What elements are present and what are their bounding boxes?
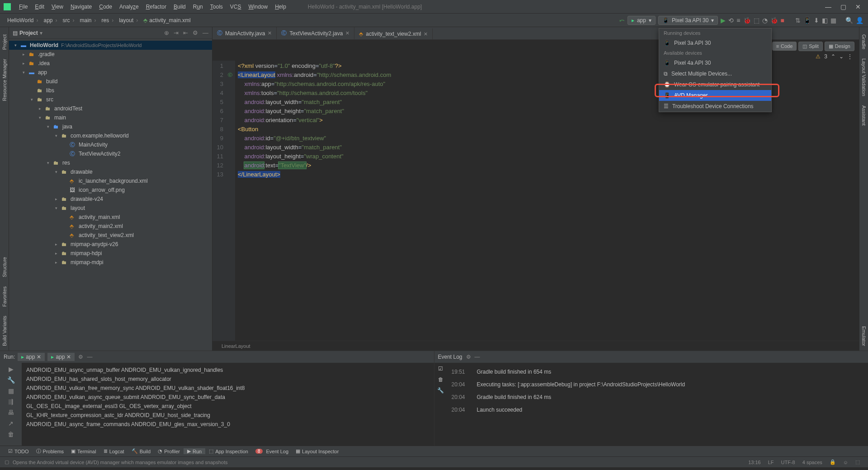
sdk-icon[interactable]: ⬇ (814, 17, 819, 24)
layout-icon[interactable]: ▦ (830, 17, 836, 24)
menu-refactor[interactable]: Refactor (142, 4, 170, 10)
tab-layout-validation[interactable]: Layout Validation (860, 54, 868, 101)
dd-available-device[interactable]: 📱Pixel 4a API 30 (659, 57, 771, 68)
tab-activity-text-view2[interactable]: ⬘activity_text_view2.xml✕ (354, 28, 433, 39)
crumb-project[interactable]: HelloWorld (5, 17, 41, 24)
tab-emulator[interactable]: Emulator (860, 322, 868, 351)
close-tab-icon[interactable]: ✕ (268, 30, 272, 36)
tree-main[interactable]: ▾🖿main (9, 113, 212, 122)
dd-avd-manager[interactable]: 📱AVD Manager (659, 90, 771, 101)
tree-pkg[interactable]: ▾🖿com.example.helloworld (9, 131, 212, 140)
crumb-app[interactable]: app (41, 17, 60, 24)
event-log-body[interactable]: 19:51Gradle build finished in 654 ms 20:… (447, 363, 868, 446)
crumb-res[interactable]: res (99, 17, 117, 24)
tree-res[interactable]: ▾🖿res (9, 158, 212, 167)
filter-icon[interactable]: ⇶ (8, 398, 14, 405)
coverage-icon[interactable]: ⬚ (754, 17, 760, 24)
status-encoding[interactable]: UTF-8 (778, 460, 799, 465)
crumb-main[interactable]: main (77, 17, 99, 24)
lock-icon[interactable]: 🔒 (826, 459, 840, 465)
status-indent[interactable]: 4 spaces (799, 460, 826, 465)
tree-java[interactable]: ▾🖿java (9, 122, 212, 131)
status-line-ending[interactable]: LF (764, 460, 778, 465)
tab-project[interactable]: Project (1, 30, 8, 54)
btab-terminal[interactable]: ▣ Terminal (67, 448, 100, 454)
close-icon[interactable]: ✕ (855, 3, 861, 10)
menu-help[interactable]: Help (271, 4, 290, 10)
expand-icon[interactable]: ⇥ (174, 29, 179, 36)
project-title[interactable]: Project (19, 30, 38, 36)
tree-icon-arrow[interactable]: 🖼icon_arrow_off.png (9, 185, 212, 195)
btab-profiler[interactable]: ◔ Profiler (154, 448, 184, 454)
tab-build-variants[interactable]: Build Variants (1, 311, 8, 351)
menu-tools[interactable]: Tools (207, 4, 226, 10)
menu-run[interactable]: Run (189, 4, 207, 10)
structure-breadcrumb[interactable]: LinearLayout (212, 341, 859, 351)
dd-select-multiple[interactable]: ⧉Select Multiple Devices... (659, 68, 771, 79)
run-tab-app2[interactable]: ▸app✕ (47, 353, 75, 361)
dd-wear-os[interactable]: ⌚Wear OS emulator pairing assistant (659, 79, 771, 90)
profiler-icon[interactable]: ◔ (762, 17, 768, 24)
dd-running-device[interactable]: 📱Pixel 3a API 30 (659, 38, 771, 48)
gear-icon[interactable]: ⚙ (78, 354, 83, 360)
crumb-file[interactable]: ⬘activity_main.xml (141, 17, 193, 24)
layout-icon[interactable]: ▦ (8, 387, 14, 394)
up-icon[interactable]: ⌃ (831, 53, 835, 60)
menu-window[interactable]: Window (245, 4, 271, 10)
btab-build[interactable]: 🔨 Build (128, 448, 154, 454)
gear-icon[interactable]: ⚙ (466, 354, 471, 360)
collapse-icon[interactable]: ⇤ (183, 29, 188, 36)
debug-icon[interactable]: 🐞 (743, 17, 751, 24)
maximize-icon[interactable]: ▢ (840, 3, 846, 10)
menu-code[interactable]: Code (95, 4, 116, 10)
dd-troubleshoot[interactable]: ☰Troubleshoot Device Connections (659, 101, 771, 112)
make-icon[interactable]: ⤺ (619, 17, 625, 24)
tree-androidTest[interactable]: ▸🖿androidTest (9, 104, 212, 113)
menu-analyze[interactable]: Analyze (116, 4, 142, 10)
tree-drawable[interactable]: ▾🖿drawable (9, 167, 212, 176)
tree-layout[interactable]: ▾🖿layout (9, 204, 212, 213)
export-icon[interactable]: ↗ (8, 420, 14, 427)
tab-assistant[interactable]: Assistant (860, 101, 868, 130)
resource-icon[interactable]: ◧ (822, 17, 828, 24)
tree-activity-main2[interactable]: ⬘activity_main2.xml (9, 222, 212, 231)
crumb-src[interactable]: src (60, 17, 77, 24)
menu-view[interactable]: View (48, 4, 67, 10)
stop-icon[interactable]: ■ (781, 17, 784, 24)
apply-code-icon[interactable]: ≡ (736, 17, 740, 24)
tab-gradle[interactable]: Gradle (860, 30, 868, 54)
avatar-icon[interactable]: 👤 (856, 17, 863, 24)
menu-edit[interactable]: Edit (31, 4, 48, 10)
search-icon[interactable]: 🔍 (845, 17, 853, 24)
tab-mainactivity[interactable]: ⒸMainActivity.java✕ (212, 27, 277, 39)
run-tab-app1[interactable]: ▸app✕ (18, 353, 45, 361)
face-icon[interactable]: ☺ (840, 460, 852, 465)
btab-run[interactable]: ▶ Run (184, 448, 205, 454)
btab-todo[interactable]: ☑ TODO (5, 448, 33, 454)
tab-structure[interactable]: Structure (1, 252, 8, 282)
tree-mainactivity[interactable]: ⒸMainActivity (9, 140, 212, 149)
mark-read-icon[interactable]: ☑ (438, 366, 443, 372)
hide-icon[interactable]: — (475, 354, 480, 360)
tree-idea[interactable]: ▸🖿.idea (9, 59, 212, 68)
sync-icon[interactable]: ⇅ (795, 17, 801, 24)
tree-app[interactable]: ▾▬app (9, 68, 212, 77)
print-icon[interactable]: 🖶 (8, 409, 14, 416)
btab-problems[interactable]: ⓘ Problems (33, 448, 67, 455)
menu-file[interactable]: File (15, 4, 31, 10)
target-icon[interactable]: ⊕ (164, 29, 169, 36)
trash-icon[interactable]: 🗑 (438, 376, 443, 383)
run-icon[interactable]: ▶ (721, 17, 726, 24)
btab-app-inspection[interactable]: ⬚ App Inspection (205, 448, 252, 454)
view-design[interactable]: ▦ Design (825, 42, 854, 51)
tab-resource-manager[interactable]: Resource Manager (1, 54, 8, 106)
tree-root[interactable]: ▾▬HelloWorldF:\AndroidStudioProjects\Hel… (9, 41, 212, 50)
crumb-layout[interactable]: layout (116, 17, 141, 24)
tree-textviewactivity2[interactable]: ⒸTextViewActivity2 (9, 149, 212, 158)
tree-drawable24[interactable]: ▸🖿drawable-v24 (9, 195, 212, 204)
tree-gradle[interactable]: ▸🖿.gradle (9, 50, 212, 59)
status-more-icon[interactable]: ⬚ (852, 459, 863, 465)
menu-vcs[interactable]: VCS (226, 4, 245, 10)
tab-favorites[interactable]: Favorites (1, 282, 8, 311)
device-selector[interactable]: 📱Pixel 3a API 30▾ Running devices 📱Pixel… (658, 16, 718, 25)
